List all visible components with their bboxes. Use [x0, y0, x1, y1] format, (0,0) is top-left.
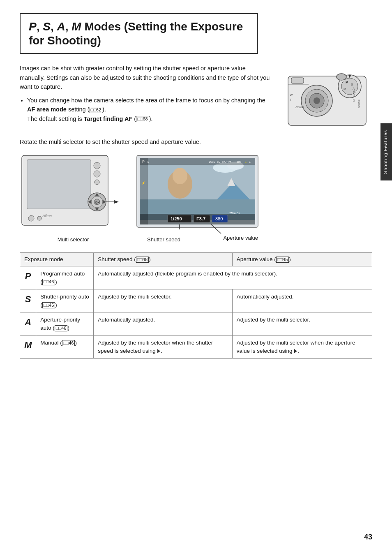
ref-p: □□46: [42, 279, 55, 285]
camera-image-container: P S A M Nikon EFFECTS SCENE W T: [282, 64, 372, 130]
svg-text:SCENE: SCENE: [358, 100, 360, 109]
aperture-cell-s: Automatically adjusted.: [232, 289, 372, 312]
page-title: P, S, A, M Modes (Setting the Exposure f…: [29, 20, 249, 47]
svg-text:EFFECTS: EFFECTS: [353, 90, 355, 102]
labels-row: Shutter speed Aperture value: [135, 235, 262, 243]
page-container: Shooting Features P, S, A, M Modes (Sett…: [0, 0, 392, 553]
ref-a: □□46: [55, 325, 68, 331]
ref1: □□62: [90, 107, 103, 113]
mode-letter-cell-p: P: [20, 266, 36, 289]
svg-text:Nikon: Nikon: [295, 105, 304, 109]
svg-text:A: A: [353, 87, 355, 90]
side-tab-label: Shooting Features: [383, 130, 388, 174]
rotate-desc: Rotate the multi selector to set the shu…: [20, 138, 372, 147]
svg-text:1080: 1080: [209, 160, 215, 163]
aperture-cell-m: Adjusted by the multi selector when the …: [232, 336, 372, 359]
svg-text:⚡: ⚡: [141, 181, 145, 185]
svg-point-34: [28, 215, 34, 221]
table-row: A Aperture-priority auto (□□46) Automati…: [20, 312, 372, 336]
svg-text:W: W: [290, 93, 293, 97]
mode-letter-p: P: [29, 20, 37, 33]
svg-rect-13: [291, 78, 304, 83]
svg-text:NORM: NORM: [222, 160, 231, 163]
svg-text:M: M: [344, 87, 346, 91]
svg-rect-22: [28, 160, 90, 208]
svg-point-4: [314, 97, 320, 104]
arrow-right-icon-2: [294, 349, 297, 353]
svg-text:5m: 5m: [237, 160, 241, 163]
intro-bullet: You can change how the camera selects th…: [27, 96, 272, 123]
svg-text:T: T: [290, 98, 292, 102]
svg-point-25: [95, 180, 99, 185]
svg-text:S: S: [351, 83, 353, 86]
mode-letter-m: M: [71, 20, 81, 33]
intro-bullet-end: ).: [102, 106, 106, 113]
exposure-table: Exposure mode Shutter speed (□□48) Apert…: [20, 252, 372, 359]
mode-letter-cell-a: A: [20, 312, 36, 336]
svg-text:1: 1: [249, 160, 251, 163]
aperture-value-label: Aperture value: [223, 235, 262, 241]
shutter-cell-p: Automatically adjusted (flexible program…: [94, 266, 372, 289]
mode-letter-cell-s: S: [20, 289, 36, 312]
svg-text:P: P: [346, 80, 348, 84]
table-row: P Programmed auto(□□46) Automatically ad…: [20, 266, 372, 289]
multi-selector-label: Multi selector: [20, 236, 127, 243]
default-end: ).: [149, 116, 153, 122]
exposure-mode-cell-a: Aperture-priority auto (□□46): [36, 312, 94, 336]
svg-point-35: [37, 216, 42, 220]
shutter-cell-m: Adjusted by the multi selector when the …: [94, 336, 232, 359]
mode-letter-s: S: [43, 20, 51, 33]
svg-text:F3.7: F3.7: [196, 216, 205, 221]
svg-text:880: 880: [215, 216, 223, 221]
svg-point-23: [94, 162, 100, 169]
intro-bullet-text: You can change how the camera selects th…: [27, 97, 265, 104]
page-header: P, S, A, M Modes (Setting the Exposure f…: [20, 13, 258, 54]
page-number: 43: [364, 533, 372, 541]
lcd-screen-illustration: P ψ 1080 60 NORM 5m ⬡ 1 1/250 F3.7 880: [135, 153, 262, 234]
intro-paragraph: Images can be shot with greater control …: [20, 64, 272, 91]
intro-list: You can change how the camera selects th…: [27, 96, 272, 123]
diagram-section: OK Nikon Multi selector: [20, 153, 372, 243]
svg-text:25m 0s: 25m 0s: [229, 211, 240, 215]
th-exposure-mode: Exposure mode: [20, 252, 94, 266]
ref-m: □□46: [62, 340, 75, 346]
target-finding-af-label: Target finding AF: [84, 116, 132, 122]
intro-section: Images can be shot with greater control …: [20, 64, 372, 130]
svg-point-47: [173, 168, 187, 184]
shutter-ref: □□48: [136, 257, 149, 263]
aperture-cell-a: Adjusted by the multi selector.: [232, 312, 372, 336]
ref2: □□68: [136, 116, 149, 122]
th-aperture-value: Aperture value (□□45): [232, 252, 372, 266]
side-tab: Shooting Features: [380, 123, 392, 180]
intro-text: Images can be shot with greater control …: [20, 64, 272, 130]
svg-text:OK: OK: [95, 201, 100, 204]
svg-point-6: [341, 78, 358, 95]
table-row: M Manual (□□46) Adjusted by the multi se…: [20, 336, 372, 359]
shutter-cell-s: Adjusted by the multi selector.: [94, 289, 232, 312]
af-area-mode-label: AF area mode: [27, 106, 67, 113]
table-row: S Shutter-priority auto (□□46) Adjusted …: [20, 289, 372, 312]
arrow-right-icon-1: [157, 349, 160, 353]
svg-text:⬡: ⬡: [245, 160, 247, 163]
exposure-mode-cell-s: Shutter-priority auto (□□46): [36, 289, 94, 312]
exposure-mode-cell-m: Manual (□□46): [36, 336, 94, 359]
camera-back-illustration: OK Nikon: [20, 153, 125, 234]
exposure-mode-cell-p: Programmed auto(□□46): [36, 266, 94, 289]
shutter-cell-a: Automatically adjusted.: [94, 312, 232, 336]
svg-point-12: [337, 74, 346, 80]
camera-top-illustration: P S A M Nikon EFFECTS SCENE W T: [284, 64, 370, 130]
svg-rect-65: [140, 158, 148, 224]
default-text: The default setting is: [27, 116, 82, 122]
lcd-screen-container: P ψ 1080 60 NORM 5m ⬡ 1 1/250 F3.7 880: [135, 153, 372, 243]
intro-bullet-cont: setting (: [68, 106, 90, 113]
table-header-row: Exposure mode Shutter speed (□□48) Apert…: [20, 252, 372, 266]
svg-text:1/250: 1/250: [171, 216, 182, 221]
shutter-speed-label: Shutter speed: [135, 236, 180, 243]
th-exposure-mode-text: Exposure mode: [24, 256, 63, 262]
svg-point-24: [94, 171, 100, 177]
th-shutter-speed: Shutter speed (□□48): [94, 252, 232, 266]
ref-s: □□46: [42, 302, 55, 308]
svg-text:Nikon: Nikon: [42, 214, 52, 218]
camera-back-container: OK Nikon Multi selector: [20, 153, 127, 243]
mode-letter-a: A: [57, 20, 65, 33]
